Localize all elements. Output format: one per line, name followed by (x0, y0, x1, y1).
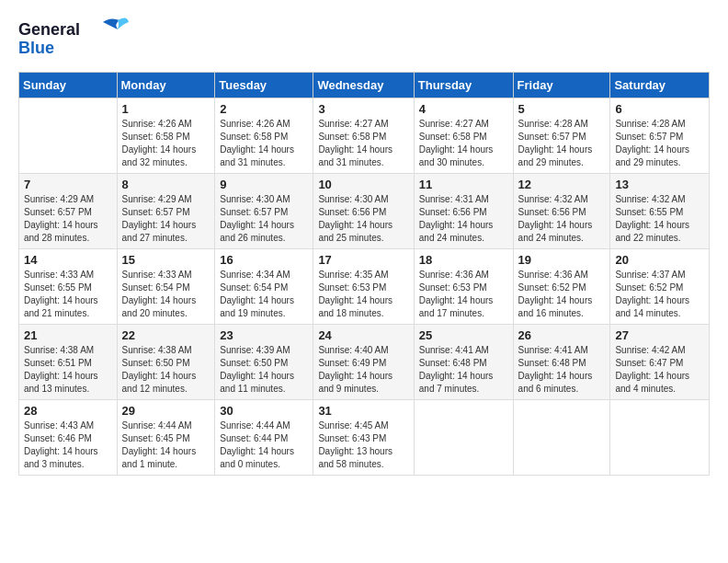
calendar-cell: 15Sunrise: 4:33 AM Sunset: 6:54 PM Dayli… (117, 249, 215, 325)
day-header-sunday: Sunday (19, 73, 118, 98)
cell-info: Sunrise: 4:30 AM Sunset: 6:57 PM Dayligh… (220, 193, 308, 245)
calendar-cell: 25Sunrise: 4:41 AM Sunset: 6:48 PM Dayli… (414, 325, 513, 400)
calendar-cell (19, 98, 118, 174)
cell-info: Sunrise: 4:37 AM Sunset: 6:52 PM Dayligh… (615, 269, 704, 320)
calendar-cell: 18Sunrise: 4:36 AM Sunset: 6:53 PM Dayli… (414, 249, 513, 325)
calendar-cell (414, 400, 513, 476)
calendar-cell (610, 400, 710, 476)
day-number: 11 (419, 178, 508, 191)
calendar-cell: 16Sunrise: 4:34 AM Sunset: 6:54 PM Dayli… (215, 249, 313, 325)
day-number: 30 (220, 404, 308, 418)
calendar-cell: 10Sunrise: 4:30 AM Sunset: 6:56 PM Dayli… (313, 174, 414, 249)
calendar-cell: 22Sunrise: 4:38 AM Sunset: 6:50 PM Dayli… (117, 325, 215, 400)
cell-info: Sunrise: 4:44 AM Sunset: 6:45 PM Dayligh… (122, 419, 210, 471)
logo-text: General Blue (18, 15, 129, 63)
cell-info: Sunrise: 4:27 AM Sunset: 6:58 PM Dayligh… (318, 118, 408, 169)
calendar-cell: 26Sunrise: 4:41 AM Sunset: 6:48 PM Dayli… (513, 325, 610, 400)
calendar-cell: 6Sunrise: 4:28 AM Sunset: 6:57 PM Daylig… (610, 98, 710, 174)
calendar-cell: 5Sunrise: 4:28 AM Sunset: 6:57 PM Daylig… (513, 98, 610, 174)
cell-info: Sunrise: 4:36 AM Sunset: 6:52 PM Dayligh… (518, 269, 606, 320)
cell-info: Sunrise: 4:40 AM Sunset: 6:49 PM Dayligh… (318, 344, 408, 396)
day-number: 9 (220, 178, 308, 191)
calendar-cell: 11Sunrise: 4:31 AM Sunset: 6:56 PM Dayli… (414, 174, 513, 249)
calendar-cell: 23Sunrise: 4:39 AM Sunset: 6:50 PM Dayli… (215, 325, 313, 400)
calendar-cell: 1Sunrise: 4:26 AM Sunset: 6:58 PM Daylig… (117, 98, 215, 174)
day-number: 3 (318, 102, 408, 116)
cell-info: Sunrise: 4:41 AM Sunset: 6:48 PM Dayligh… (419, 344, 508, 396)
day-number: 8 (122, 178, 210, 191)
header: General Blue (18, 15, 710, 63)
day-number: 17 (318, 253, 408, 267)
day-number: 5 (518, 102, 606, 116)
calendar-cell: 4Sunrise: 4:27 AM Sunset: 6:58 PM Daylig… (414, 98, 513, 174)
cell-info: Sunrise: 4:27 AM Sunset: 6:58 PM Dayligh… (419, 118, 508, 169)
logo: General Blue (18, 15, 129, 63)
calendar-week-1: 1Sunrise: 4:26 AM Sunset: 6:58 PM Daylig… (19, 98, 710, 174)
day-number: 19 (518, 253, 606, 267)
cell-info: Sunrise: 4:43 AM Sunset: 6:46 PM Dayligh… (24, 419, 112, 471)
day-number: 23 (220, 328, 308, 342)
calendar-cell: 8Sunrise: 4:29 AM Sunset: 6:57 PM Daylig… (117, 174, 215, 249)
day-header-wednesday: Wednesday (313, 73, 414, 98)
calendar-cell: 21Sunrise: 4:38 AM Sunset: 6:51 PM Dayli… (19, 325, 118, 400)
cell-info: Sunrise: 4:26 AM Sunset: 6:58 PM Dayligh… (122, 118, 210, 169)
cell-info: Sunrise: 4:29 AM Sunset: 6:57 PM Dayligh… (122, 193, 210, 245)
calendar-cell: 30Sunrise: 4:44 AM Sunset: 6:44 PM Dayli… (215, 400, 313, 476)
cell-info: Sunrise: 4:38 AM Sunset: 6:50 PM Dayligh… (122, 344, 210, 396)
cell-info: Sunrise: 4:33 AM Sunset: 6:54 PM Dayligh… (122, 269, 210, 320)
calendar-cell: 13Sunrise: 4:32 AM Sunset: 6:55 PM Dayli… (610, 174, 710, 249)
day-number: 10 (318, 178, 408, 191)
cell-info: Sunrise: 4:31 AM Sunset: 6:56 PM Dayligh… (419, 193, 508, 245)
page-container: General Blue SundayMondayTuesdayWednesda… (0, 0, 728, 494)
day-number: 1 (122, 102, 210, 116)
calendar-cell (513, 400, 610, 476)
calendar-cell: 19Sunrise: 4:36 AM Sunset: 6:52 PM Dayli… (513, 249, 610, 325)
day-number: 31 (318, 404, 408, 418)
svg-text:General: General (18, 20, 80, 39)
cell-info: Sunrise: 4:34 AM Sunset: 6:54 PM Dayligh… (220, 269, 308, 320)
cell-info: Sunrise: 4:26 AM Sunset: 6:58 PM Dayligh… (220, 118, 308, 169)
cell-info: Sunrise: 4:36 AM Sunset: 6:53 PM Dayligh… (419, 269, 508, 320)
calendar-table: SundayMondayTuesdayWednesdayThursdayFrid… (18, 72, 710, 476)
day-number: 21 (24, 328, 112, 342)
cell-info: Sunrise: 4:30 AM Sunset: 6:56 PM Dayligh… (318, 193, 408, 245)
day-number: 26 (518, 328, 606, 342)
calendar-cell: 14Sunrise: 4:33 AM Sunset: 6:55 PM Dayli… (19, 249, 118, 325)
day-number: 24 (318, 328, 408, 342)
cell-info: Sunrise: 4:45 AM Sunset: 6:43 PM Dayligh… (318, 419, 408, 471)
svg-text:Blue: Blue (18, 39, 54, 57)
cell-info: Sunrise: 4:32 AM Sunset: 6:55 PM Dayligh… (615, 193, 704, 245)
calendar-cell: 9Sunrise: 4:30 AM Sunset: 6:57 PM Daylig… (215, 174, 313, 249)
calendar-week-5: 28Sunrise: 4:43 AM Sunset: 6:46 PM Dayli… (19, 400, 710, 476)
day-number: 12 (518, 178, 606, 191)
cell-info: Sunrise: 4:41 AM Sunset: 6:48 PM Dayligh… (518, 344, 606, 396)
calendar-cell: 7Sunrise: 4:29 AM Sunset: 6:57 PM Daylig… (19, 174, 118, 249)
calendar-cell: 24Sunrise: 4:40 AM Sunset: 6:49 PM Dayli… (313, 325, 414, 400)
calendar-week-2: 7Sunrise: 4:29 AM Sunset: 6:57 PM Daylig… (19, 174, 710, 249)
day-number: 4 (419, 102, 508, 116)
day-number: 14 (24, 253, 112, 267)
cell-info: Sunrise: 4:28 AM Sunset: 6:57 PM Dayligh… (615, 118, 704, 169)
calendar-cell: 17Sunrise: 4:35 AM Sunset: 6:53 PM Dayli… (313, 249, 414, 325)
day-header-monday: Monday (117, 73, 215, 98)
day-header-thursday: Thursday (414, 73, 513, 98)
cell-info: Sunrise: 4:32 AM Sunset: 6:56 PM Dayligh… (518, 193, 606, 245)
calendar-cell: 2Sunrise: 4:26 AM Sunset: 6:58 PM Daylig… (215, 98, 313, 174)
day-number: 16 (220, 253, 308, 267)
day-number: 29 (122, 404, 210, 418)
calendar-cell: 28Sunrise: 4:43 AM Sunset: 6:46 PM Dayli… (19, 400, 118, 476)
cell-info: Sunrise: 4:28 AM Sunset: 6:57 PM Dayligh… (518, 118, 606, 169)
day-number: 6 (615, 102, 704, 116)
day-number: 20 (615, 253, 704, 267)
day-header-friday: Friday (513, 73, 610, 98)
day-number: 18 (419, 253, 508, 267)
day-number: 28 (24, 404, 112, 418)
day-header-saturday: Saturday (610, 73, 710, 98)
calendar-cell: 29Sunrise: 4:44 AM Sunset: 6:45 PM Dayli… (117, 400, 215, 476)
calendar-cell: 20Sunrise: 4:37 AM Sunset: 6:52 PM Dayli… (610, 249, 710, 325)
calendar-cell: 31Sunrise: 4:45 AM Sunset: 6:43 PM Dayli… (313, 400, 414, 476)
cell-info: Sunrise: 4:44 AM Sunset: 6:44 PM Dayligh… (220, 419, 308, 471)
calendar-week-4: 21Sunrise: 4:38 AM Sunset: 6:51 PM Dayli… (19, 325, 710, 400)
day-number: 13 (615, 178, 704, 191)
day-number: 7 (24, 178, 112, 191)
